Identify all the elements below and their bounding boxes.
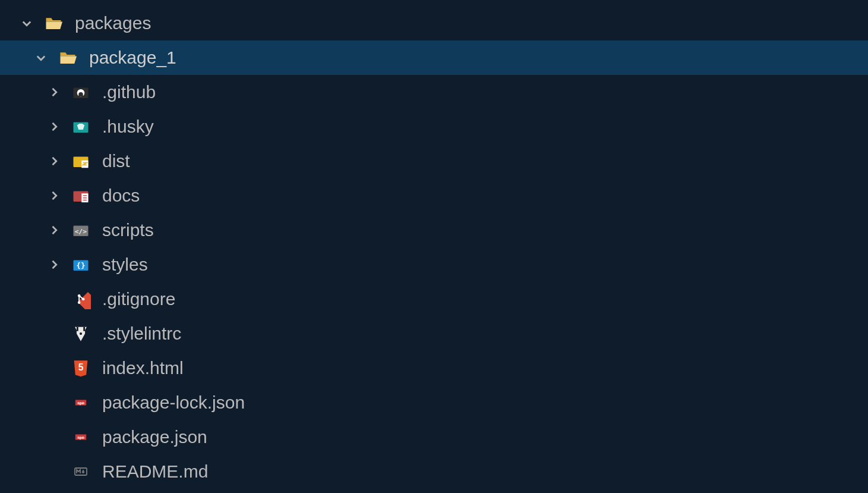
chevron-right-icon — [45, 118, 63, 136]
svg-text:</>: </> — [75, 228, 87, 235]
svg-text:{}: {} — [76, 261, 85, 270]
tree-folder-husky[interactable]: .husky — [0, 109, 868, 144]
svg-text:5: 5 — [78, 362, 84, 372]
chevron-down-icon — [32, 49, 50, 67]
html-file-icon: 5 — [70, 357, 91, 379]
stylelint-file-icon — [70, 323, 91, 344]
folder-label: styles — [102, 255, 148, 275]
styles-folder-icon: {} — [70, 254, 91, 275]
chevron-right-icon — [45, 221, 63, 239]
tree-folder-docs[interactable]: docs — [0, 178, 868, 213]
folder-label: docs — [102, 186, 140, 206]
folder-open-icon — [57, 47, 78, 68]
folder-label: packages — [75, 13, 151, 33]
tree-folder-scripts[interactable]: </> scripts — [0, 213, 868, 247]
docs-folder-icon — [70, 185, 91, 206]
tree-file-readme-md[interactable]: README.md — [0, 454, 868, 489]
file-label: index.html — [102, 358, 184, 378]
svg-text:npm: npm — [77, 435, 84, 440]
svg-text:npm: npm — [77, 401, 84, 406]
tree-file-gitignore[interactable]: .gitignore — [0, 282, 868, 316]
git-file-icon — [70, 288, 91, 310]
file-label: package-lock.json — [102, 392, 245, 413]
npm-file-icon: npm — [70, 392, 91, 413]
tree-folder-package-1[interactable]: package_1 — [0, 40, 868, 75]
file-label: .stylelintrc — [102, 324, 181, 344]
husky-folder-icon — [70, 116, 91, 137]
chevron-down-icon — [18, 14, 36, 32]
folder-label: dist — [102, 151, 130, 171]
tree-file-index-html[interactable]: 5 index.html — [0, 351, 868, 385]
tree-folder-packages[interactable]: packages — [0, 6, 868, 40]
tree-file-stylelintrc[interactable]: .stylelintrc — [0, 316, 868, 351]
tree-folder-dist[interactable]: dist — [0, 144, 868, 178]
npm-file-icon: npm — [70, 426, 91, 448]
svg-rect-14 — [78, 292, 91, 309]
chevron-right-icon — [45, 152, 63, 170]
folder-label: .github — [102, 82, 156, 102]
dist-folder-icon — [70, 150, 91, 172]
tree-folder-styles[interactable]: {} styles — [0, 247, 868, 282]
folder-label: package_1 — [89, 48, 176, 68]
folder-label: scripts — [102, 220, 154, 240]
file-label: README.md — [102, 461, 208, 482]
tree-file-package-json[interactable]: npm package.json — [0, 420, 868, 454]
scripts-folder-icon: </> — [70, 219, 91, 241]
tree-file-package-lock-json[interactable]: npm package-lock.json — [0, 385, 868, 420]
chevron-right-icon — [45, 256, 63, 274]
chevron-right-icon — [45, 83, 63, 101]
file-label: package.json — [102, 427, 207, 447]
svg-point-20 — [80, 332, 82, 335]
github-folder-icon — [70, 81, 91, 103]
file-label: .gitignore — [102, 289, 175, 309]
tree-folder-github[interactable]: .github — [0, 75, 868, 109]
folder-label: .husky — [102, 117, 154, 137]
markdown-file-icon — [70, 461, 91, 482]
chevron-right-icon — [45, 187, 63, 205]
folder-open-icon — [43, 12, 64, 34]
